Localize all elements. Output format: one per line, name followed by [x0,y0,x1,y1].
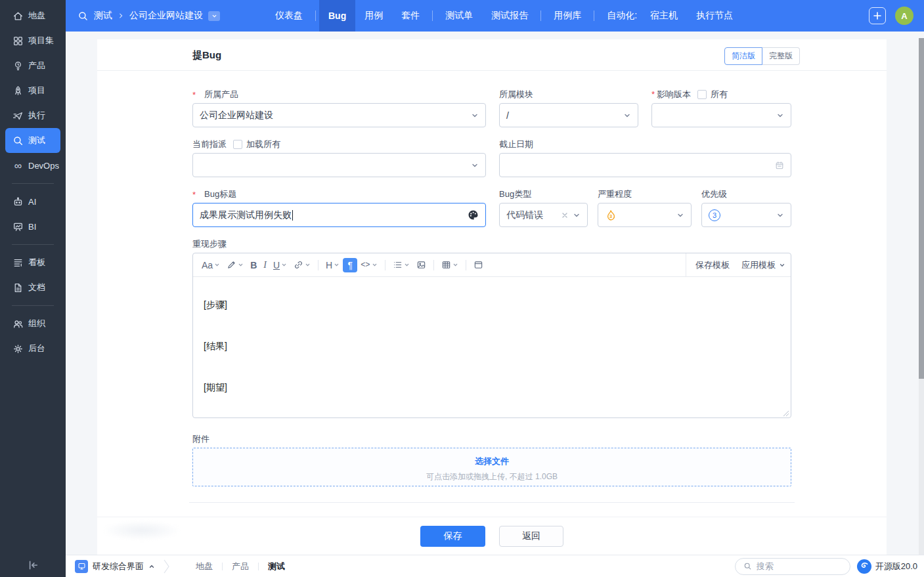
mode-simple-button[interactable]: 简洁版 [724,47,762,65]
page-title: 提Bug [192,49,221,62]
deadline-label: 截止日期 [499,139,533,150]
nav-item-dashboard[interactable]: 仪表盘 [266,0,312,32]
list-button[interactable] [389,258,413,272]
sidebar-item-label: 看板 [28,257,45,268]
mode-toggle: 简洁版 完整版 [724,47,800,65]
project-switcher-button[interactable] [208,11,220,21]
bottombar-crumb-home[interactable]: 地盘 [193,561,215,572]
avatar[interactable]: A [895,7,913,25]
sidebar-item-doc[interactable]: 文档 [5,275,60,300]
panel-button[interactable] [470,258,487,272]
nav-item-testtask[interactable]: 测试单 [436,0,482,32]
vertical-scrollbar[interactable] [919,38,924,555]
scrollbar-thumb[interactable] [919,38,924,379]
nav-item-caselib[interactable]: 用例库 [544,0,590,32]
editor-line-steps[interactable]: [步骤] [204,299,227,311]
chevron-down-icon [471,112,479,119]
bottombar-crumb-test[interactable]: 测试 [265,561,288,572]
choose-file-button[interactable]: 选择文件 [193,456,791,467]
version-all-label: 所有 [711,89,728,100]
zentao-logo-icon[interactable] [857,559,871,574]
text-color-button[interactable] [223,258,247,272]
app-switcher[interactable]: 研发综合界面 [66,560,155,573]
document-icon [12,282,24,293]
sidebar-item-home[interactable]: 地盘 [5,3,60,28]
chevron-down-icon [238,262,244,268]
sidebar-item-program[interactable]: 项目集 [5,28,60,53]
code-label: <> [361,261,370,270]
version-all-checkbox[interactable] [697,90,707,99]
bold-button[interactable]: B [247,258,260,272]
underline-button[interactable]: U [270,258,290,272]
sidebar-item-devops[interactable]: ∞ DevOps [5,153,60,178]
sidebar-item-product[interactable]: 产品 [5,53,60,78]
sidebar-item-execution[interactable]: 执行 [5,103,60,128]
sidebar-divider [12,244,54,245]
assignee-label-text: 当前指派 [192,139,227,150]
caret-up-icon [148,563,155,570]
breadcrumb: 测试 公司企业网站建设 [66,10,220,22]
back-button[interactable]: 返回 [499,526,563,547]
type-select[interactable]: 代码错误 [499,203,588,227]
nav-item-case[interactable]: 用例 [355,0,392,32]
assignee-select[interactable] [192,153,486,177]
save-button[interactable]: 保存 [420,526,485,547]
image-button[interactable] [413,258,429,272]
editor-line-expect[interactable]: [期望] [204,382,227,394]
bottombar-crumb-product[interactable]: 产品 [229,561,252,572]
nav-item-node[interactable]: 执行节点 [687,0,742,32]
sidebar-item-project[interactable]: 项目 [5,78,60,103]
severity-flame-icon: 3 [605,209,617,221]
chevron-down-icon [776,112,784,119]
sidebar-item-admin[interactable]: 后台 [5,336,60,361]
mode-full-button[interactable]: 完整版 [762,47,800,65]
sidebar-item-label: BI [28,222,36,232]
pen-color-icon [227,260,236,270]
product-select[interactable]: 公司企业网站建设 [192,103,486,127]
italic-button[interactable]: I [260,258,270,272]
search-input[interactable] [757,561,835,571]
sidebar-item-kanban[interactable]: 看板 [5,250,60,275]
title-input[interactable]: 成果展示测试用例失败 [192,203,486,227]
toolbar-divider [466,260,466,270]
nav-item-suite[interactable]: 套件 [392,0,429,32]
nav-item-testreport[interactable]: 测试报告 [482,0,537,32]
apply-template-button[interactable]: 应用模板 [741,259,785,271]
font-size-button[interactable]: Aa [198,258,223,272]
palette-icon[interactable] [468,209,479,221]
breadcrumb-project[interactable]: 公司企业网站建设 [129,10,203,22]
code-button[interactable]: <> [357,259,380,272]
version-all-option[interactable]: 所有 [697,89,728,100]
assignee-loadall-option[interactable]: 加载所有 [233,139,280,150]
nav-item-bug[interactable]: Bug [319,0,355,32]
nav-item-host[interactable]: 宿主机 [641,0,687,32]
link-button[interactable] [290,258,314,272]
sidebar-item-ai[interactable]: AI [5,189,60,214]
resize-handle[interactable] [783,410,789,417]
priority-select[interactable]: 3 [701,203,791,227]
severity-select[interactable]: 3 [598,203,692,227]
save-template-button[interactable]: 保存模板 [695,259,730,271]
assignee-loadall-checkbox[interactable] [233,140,242,149]
editor-line-result[interactable]: [结果] [204,341,227,353]
version-select[interactable] [651,103,791,127]
module-select[interactable]: / [499,103,638,127]
sidebar-collapse-button[interactable] [26,559,39,572]
file-upload-dropzone[interactable]: 选择文件 可点击添加或拖拽上传, 不超过 1.0GB [192,448,791,486]
version-label: 影响版本 所有 [651,89,728,100]
create-button[interactable] [869,7,886,24]
sidebar-item-bi[interactable]: BI [5,214,60,239]
table-button[interactable] [438,258,462,272]
editor-content[interactable]: [步骤] [结果] [期望] [193,277,791,418]
search-box[interactable] [735,558,850,575]
deadline-input[interactable] [499,153,791,177]
heading-label: H [326,260,332,270]
sidebar-item-test[interactable]: 测试 [5,128,60,153]
clear-x-icon[interactable] [561,211,569,219]
heading-button[interactable]: H [322,258,343,272]
sidebar-item-org[interactable]: 组织 [5,311,60,336]
breadcrumb-section[interactable]: 测试 [94,10,112,22]
sidebar-item-label: 文档 [28,282,45,293]
magnifier-icon [12,135,24,146]
paragraph-button[interactable]: ¶ [343,258,357,272]
